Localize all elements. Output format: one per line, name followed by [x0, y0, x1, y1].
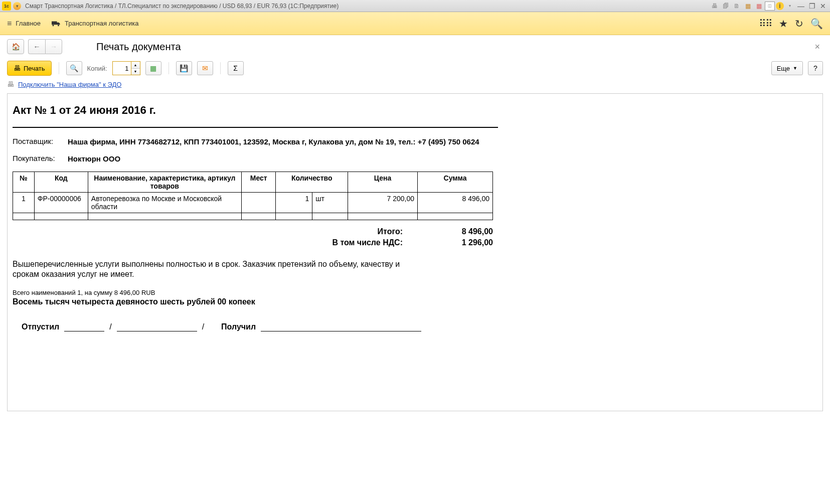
th-num: № — [13, 172, 35, 192]
favorites-star-icon[interactable]: ★ — [779, 18, 788, 30]
nav-logistics[interactable]: Транспортная логистика — [52, 20, 138, 27]
quick-print-button[interactable]: ▦ — [145, 61, 161, 75]
cell-unit: шт — [312, 192, 348, 213]
print-toolbar: 🖶 Печать 🔍 Копий: ▲ ▼ ▦ 💾 ✉ Σ Еще ▼ ? — [0, 58, 830, 78]
total-label: Итого: — [378, 227, 403, 236]
print-small-icon[interactable]: 🖶 — [710, 2, 720, 11]
window-title: Смарт Транспортная Логистика / ТЛ.Специа… — [25, 3, 710, 10]
table-row-empty — [13, 213, 493, 220]
more-button[interactable]: Еще ▼ — [771, 61, 803, 75]
cell-sum: 8 496,00 — [418, 192, 493, 213]
calendar-icon[interactable]: ▦ — [754, 2, 764, 11]
page-header: 🏠 ← → Печать документа × — [0, 35, 830, 58]
copies-spinner[interactable]: ▲ ▼ — [112, 61, 140, 75]
cell-num: 1 — [13, 192, 35, 213]
app-dropdown-icon[interactable]: ▾ — [13, 2, 21, 10]
th-code: Код — [34, 172, 88, 192]
menu-icon: ≡ — [7, 19, 12, 28]
document-scroll[interactable]: Акт № 1 от 24 июня 2016 г. Поставщик: На… — [8, 94, 822, 411]
copies-down-icon[interactable]: ▼ — [131, 69, 140, 75]
print-button-label: Печать — [24, 65, 45, 72]
page-title: Печать документа — [96, 41, 807, 53]
released-label: Отпустил — [13, 322, 59, 331]
history-icon[interactable]: ↻ — [795, 18, 803, 30]
buyer-value: Ноктюрн ООО — [68, 154, 498, 164]
sign-slash-1: / — [109, 322, 111, 331]
separator — [59, 62, 59, 74]
signatures-row: Отпустил / / Получил — [13, 321, 498, 331]
document-title: Акт № 1 от 24 июня 2016 г. — [13, 104, 498, 117]
received-blank — [261, 321, 421, 331]
cell-name: Автоперевозка по Москве и Московской обл… — [88, 192, 241, 213]
edo-icon: 🖶 — [7, 80, 14, 88]
summary-in-words: Восемь тысяч четыреста девяносто шесть р… — [13, 297, 498, 306]
home-button[interactable]: 🏠 — [7, 39, 24, 54]
cell-code: ФР-00000006 — [34, 192, 88, 213]
layout-icon[interactable]: ◫ — [765, 2, 775, 11]
total-value: 8 496,00 — [433, 227, 493, 236]
document-preview-area: Акт № 1 от 24 июня 2016 г. Поставщик: На… — [7, 93, 823, 411]
save-button[interactable]: 💾 — [176, 61, 192, 75]
nav-main[interactable]: ≡ Главное — [7, 19, 41, 28]
doc-small-icon[interactable]: 🗐 — [721, 2, 731, 11]
preview-button[interactable]: 🔍 — [66, 61, 82, 75]
vat-value: 1 296,00 — [433, 238, 493, 247]
th-price: Цена — [348, 172, 417, 192]
edo-link-row: 🖶 Подключить "Наша фирма" к ЭДО — [0, 78, 830, 93]
apps-grid-icon[interactable]: ⠿⠿ — [759, 18, 772, 30]
copies-up-icon[interactable]: ▲ — [131, 62, 140, 69]
info-icon[interactable]: i — [776, 2, 784, 10]
titlebar-icons: 🖶 🗐 🗎 ▦ ▦ ◫ i ▾ — ❐ ✕ — [710, 2, 828, 11]
cell-qty: 1 — [276, 192, 312, 213]
more-button-label: Еще — [777, 65, 790, 72]
table-header-row: № Код Наименование, характеристика, арти… — [13, 172, 493, 192]
received-label: Получил — [221, 322, 256, 331]
calc-icon[interactable]: ▦ — [743, 2, 753, 11]
summary-small: Всего наименований 1, на сумму 8 496,00 … — [13, 289, 498, 296]
copy-small-icon[interactable]: 🗎 — [732, 2, 742, 11]
title-separator — [13, 127, 498, 128]
released-blank-2 — [117, 321, 197, 331]
disclaimer-text: Вышеперечисленные услуги выполнены полно… — [13, 259, 414, 280]
main-navbar: ≡ Главное Транспортная логистика ⠿⠿ ★ ↻ … — [0, 12, 830, 35]
th-sum: Сумма — [418, 172, 493, 192]
separator — [220, 62, 221, 74]
edo-link[interactable]: Подключить "Наша фирма" к ЭДО — [18, 81, 121, 88]
th-mest: Мест — [241, 172, 276, 192]
forward-button[interactable]: → — [45, 39, 62, 54]
printer-icon: 🖶 — [14, 64, 21, 72]
app-logo-icon: 1c — [2, 2, 11, 11]
separator — [169, 62, 169, 74]
print-button[interactable]: 🖶 Печать — [7, 61, 52, 76]
copies-input[interactable] — [113, 62, 131, 75]
cell-mest — [241, 192, 276, 213]
supplier-label: Поставщик: — [13, 137, 68, 147]
truck-icon — [52, 20, 61, 27]
window-titlebar: 1c ▾ Смарт Транспортная Логистика / ТЛ.С… — [0, 0, 830, 12]
back-button[interactable]: ← — [28, 39, 45, 54]
nav-main-label: Главное — [16, 20, 41, 27]
minimize-icon[interactable]: — — [796, 2, 806, 11]
items-table: № Код Наименование, характеристика, арти… — [13, 172, 493, 220]
totals-block: Итого: 8 496,00 В том числе НДС: 1 296,0… — [13, 227, 493, 247]
buyer-label: Покупатель: — [13, 154, 68, 164]
nav-logistics-label: Транспортная логистика — [65, 20, 138, 27]
help-button[interactable]: ? — [808, 61, 823, 75]
close-window-icon[interactable]: ✕ — [818, 2, 828, 11]
cell-price: 7 200,00 — [348, 192, 417, 213]
vat-label: В том числе НДС: — [332, 238, 403, 247]
maximize-icon[interactable]: ❐ — [807, 2, 817, 11]
email-button[interactable]: ✉ — [197, 61, 213, 75]
close-page-icon[interactable]: × — [811, 42, 823, 52]
search-icon[interactable]: 🔍 — [810, 18, 823, 30]
chevron-down-icon: ▼ — [793, 66, 797, 71]
th-name: Наименование, характеристика, артикул то… — [88, 172, 241, 192]
supplier-value: Наша фирма, ИНН 7734682712, КПП 77340100… — [68, 137, 498, 147]
table-row: 1 ФР-00000006 Автоперевозка по Москве и … — [13, 192, 493, 213]
sign-slash-2: / — [202, 322, 204, 331]
released-blank-1 — [64, 321, 104, 331]
info-dropdown-icon[interactable]: ▾ — [785, 2, 795, 11]
copies-label: Копий: — [87, 65, 107, 72]
sum-button[interactable]: Σ — [228, 61, 244, 75]
th-qty: Количество — [276, 172, 348, 192]
